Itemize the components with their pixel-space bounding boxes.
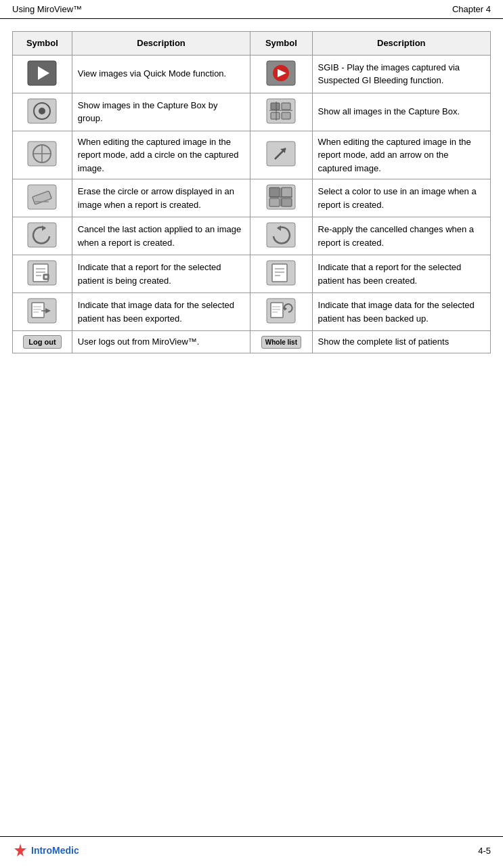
- wholelist-button[interactable]: Whole list: [261, 336, 301, 349]
- table-row: When editing the captured image in the r…: [13, 131, 491, 179]
- desc-cell: View images via Quick Mode function.: [72, 55, 250, 93]
- symbol-cell: [250, 93, 312, 131]
- svg-rect-28: [269, 198, 280, 207]
- desc-cell: Erase the circle or arrow displayed in a…: [72, 179, 250, 217]
- page-number: 4-5: [478, 846, 491, 856]
- symbol-cell: [13, 255, 72, 293]
- desc-cell: When editing the captured image in the r…: [72, 131, 250, 179]
- redo-icon: [265, 221, 297, 248]
- symbol-cell: [13, 293, 72, 331]
- symbol-cell: [250, 179, 312, 217]
- symbol-cell: [250, 293, 312, 331]
- svg-rect-57: [271, 303, 283, 318]
- header-right: Chapter 4: [452, 4, 491, 14]
- svg-rect-29: [282, 198, 292, 207]
- logo-icon: [12, 842, 28, 859]
- desc-cell: Show all images in the Capture Box.: [312, 93, 490, 131]
- table-wrapper: Symbol Description Symbol Description Vi…: [0, 19, 503, 353]
- col-symbol2: Symbol: [250, 32, 312, 56]
- undo-icon: [26, 221, 58, 248]
- symbol-cell: [250, 255, 312, 293]
- logout-button[interactable]: Log out: [23, 335, 61, 349]
- add-arrow-icon: [265, 140, 297, 167]
- table-row: Indicate that a report for the selected …: [13, 255, 491, 293]
- symbol-cell: [250, 217, 312, 255]
- col-desc1: Description: [72, 32, 250, 56]
- symbols-table: Symbol Description Symbol Description Vi…: [12, 31, 491, 353]
- header-left: Using MiroView™: [12, 4, 82, 14]
- table-header-row: Symbol Description Symbol Description: [13, 32, 491, 56]
- table-row: View images via Quick Mode function. SGI…: [13, 55, 491, 93]
- desc-cell: Show images in the Capture Box by group.: [72, 93, 250, 131]
- svg-marker-62: [14, 844, 26, 856]
- play-icon: [26, 60, 58, 87]
- desc-cell: Re-apply the cancelled changes when a re…: [312, 217, 490, 255]
- report-created-icon: [265, 259, 297, 286]
- desc-cell: When editing the captured image in the r…: [312, 131, 490, 179]
- erase-icon: [26, 183, 58, 211]
- page-footer: IntroMedic 4-5: [0, 836, 503, 859]
- desc-cell: Indicate that image data for the selecte…: [312, 293, 490, 331]
- symbol-cell: [250, 131, 312, 179]
- capture-all-icon: [265, 97, 297, 125]
- desc-cell: Show the complete list of patients: [312, 331, 490, 353]
- svg-point-7: [39, 108, 45, 114]
- col-desc2: Description: [312, 32, 490, 56]
- svg-rect-12: [282, 112, 290, 119]
- report-creating-icon: [26, 259, 58, 286]
- symbol-cell: Log out: [13, 331, 72, 353]
- table-row: Indicate that image data for the selecte…: [13, 293, 491, 331]
- color-select-icon: [265, 183, 297, 211]
- svg-rect-26: [269, 188, 280, 197]
- logo-text: IntroMedic: [31, 845, 79, 856]
- svg-rect-10: [282, 103, 290, 110]
- symbol-cell: [13, 179, 72, 217]
- footer-logo: IntroMedic: [12, 842, 79, 859]
- table-row: Erase the circle or arrow displayed in a…: [13, 179, 491, 217]
- data-backed-icon: [265, 297, 297, 324]
- symbol-cell: [13, 93, 72, 131]
- page-header: Using MiroView™ Chapter 4: [0, 0, 503, 19]
- symbol-cell: Whole list: [250, 331, 312, 353]
- svg-rect-45: [272, 264, 287, 282]
- symbol-cell: [13, 55, 72, 93]
- desc-cell: Indicate that a report for the selected …: [312, 255, 490, 293]
- sgib-icon: [265, 60, 297, 87]
- svg-rect-50: [32, 303, 44, 318]
- data-exported-icon: [26, 297, 58, 324]
- desc-cell: Cancel the last action applied to an ima…: [72, 217, 250, 255]
- desc-cell: Indicate that a report for the selected …: [72, 255, 250, 293]
- svg-rect-8: [267, 99, 295, 123]
- desc-cell: User logs out from MiroView™.: [72, 331, 250, 353]
- table-row: Log out User logs out from MiroView™. Wh…: [13, 331, 491, 353]
- capture-group-icon: [26, 97, 58, 125]
- svg-rect-11: [271, 112, 280, 119]
- desc-cell: SGIB - Play the images captured via Susp…: [312, 55, 490, 93]
- col-symbol1: Symbol: [13, 32, 72, 56]
- add-circle-icon: [26, 140, 58, 167]
- desc-cell: Indicate that image data for the selecte…: [72, 293, 250, 331]
- table-row: Show images in the Capture Box by group.: [13, 93, 491, 131]
- svg-rect-9: [271, 103, 280, 110]
- symbol-cell: [13, 217, 72, 255]
- symbol-cell: [13, 131, 72, 179]
- table-row: Cancel the last action applied to an ima…: [13, 217, 491, 255]
- symbol-cell: [250, 55, 312, 93]
- svg-rect-27: [282, 188, 292, 197]
- desc-cell: Select a color to use in an image when a…: [312, 179, 490, 217]
